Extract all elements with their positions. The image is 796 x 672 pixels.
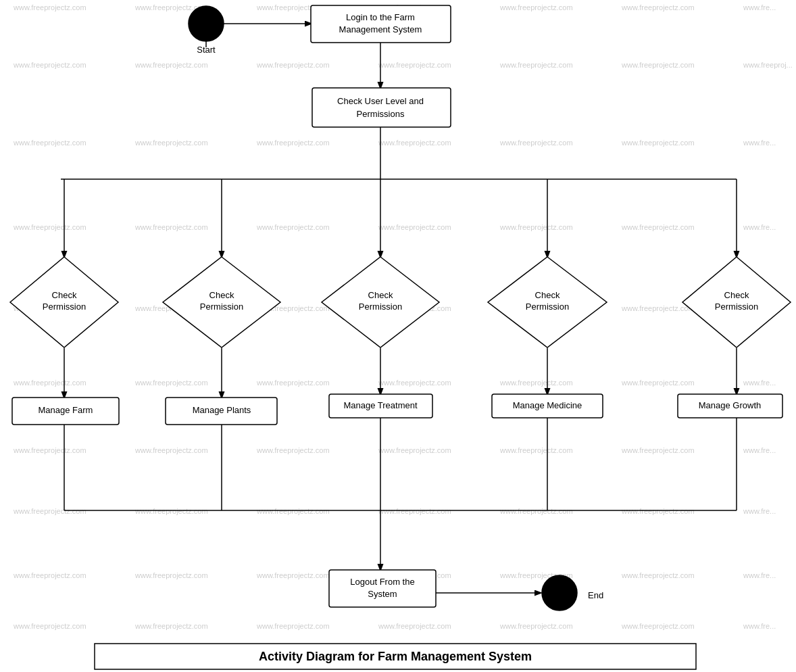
svg-text:www.freeprojectz.com: www.freeprojectz.com <box>13 61 86 69</box>
svg-text:www.freeprojectz.com: www.freeprojectz.com <box>134 61 208 69</box>
start-circle <box>189 6 224 41</box>
svg-text:www.freeprojectz.com: www.freeprojectz.com <box>378 622 451 630</box>
manage-treatment-text: Manage Treatment <box>343 400 418 410</box>
svg-text:www.freeprojectz.com: www.freeprojectz.com <box>621 304 695 312</box>
svg-text:www.freeprojectz.com: www.freeprojectz.com <box>13 3 86 11</box>
svg-text:www.fre...: www.fre... <box>743 139 776 147</box>
svg-text:www.freeprojectz.com: www.freeprojectz.com <box>13 507 86 515</box>
manage-farm-text: Manage Farm <box>39 405 93 415</box>
svg-text:www.freeprojectz.com: www.freeprojectz.com <box>378 379 451 387</box>
svg-text:www.freeprojectz.com: www.freeprojectz.com <box>499 3 573 11</box>
svg-text:www.freeprojectz.com: www.freeprojectz.com <box>499 622 573 630</box>
svg-text:www.freeprojectz.com: www.freeprojectz.com <box>499 507 573 515</box>
svg-text:www.freeprojectz.com: www.freeprojectz.com <box>499 223 573 231</box>
svg-text:www.freeproj...: www.freeproj... <box>743 61 793 69</box>
svg-text:www.freeprojectz.com: www.freeprojectz.com <box>621 139 695 147</box>
svg-text:www.freeprojectz.com: www.freeprojectz.com <box>621 571 695 579</box>
svg-text:www.freeprojectz.com: www.freeprojectz.com <box>621 446 695 454</box>
svg-text:www.freeprojectz.com: www.freeprojectz.com <box>134 446 208 454</box>
svg-text:www.fre...: www.fre... <box>743 571 776 579</box>
svg-text:www.freeprojectz.com: www.freeprojectz.com <box>134 379 208 387</box>
svg-text:www.freeprojectz.com: www.freeprojectz.com <box>499 446 573 454</box>
svg-text:www.freeprojectz.com: www.freeprojectz.com <box>256 61 330 69</box>
manage-plants-text: Manage Plants <box>193 405 251 415</box>
svg-text:www.freeprojectz.com: www.freeprojectz.com <box>13 223 86 231</box>
svg-text:www.freeprojectz.com: www.freeprojectz.com <box>13 622 86 630</box>
svg-text:www.freeprojectz.com: www.freeprojectz.com <box>256 139 330 147</box>
svg-text:www.freeprojectz.com: www.freeprojectz.com <box>621 379 695 387</box>
perm3-text2: Permission <box>359 302 402 312</box>
svg-text:www.freeprojectz.com: www.freeprojectz.com <box>256 507 330 515</box>
svg-text:www.freeprojectz.com: www.freeprojectz.com <box>621 223 695 231</box>
svg-text:www.freeprojectz.com: www.freeprojectz.com <box>256 571 330 579</box>
svg-text:www.freeprojectz.com: www.freeprojectz.com <box>13 139 86 147</box>
svg-text:www.freeprojectz.com: www.freeprojectz.com <box>621 61 695 69</box>
svg-text:www.freeprojectz.com: www.freeprojectz.com <box>13 379 86 387</box>
svg-text:www.freeprojectz.com: www.freeprojectz.com <box>499 139 573 147</box>
svg-text:www.freeprojectz.com: www.freeprojectz.com <box>256 223 330 231</box>
perm3-text1: Check <box>368 290 393 300</box>
svg-text:www.fre...: www.fre... <box>743 446 776 454</box>
manage-medicine-text: Manage Medicine <box>513 400 582 410</box>
perm1-text1: Check <box>52 290 77 300</box>
svg-text:www.fre...: www.fre... <box>743 507 776 515</box>
svg-text:www.fre...: www.fre... <box>743 379 776 387</box>
svg-text:www.freeprojectz.com: www.freeprojectz.com <box>134 507 208 515</box>
svg-text:www.freeprojectz.com: www.freeprojectz.com <box>378 223 451 231</box>
svg-text:www.freeprojectz.com: www.freeprojectz.com <box>378 61 451 69</box>
perm5-text2: Permission <box>715 302 758 312</box>
login-text-line2: Management System <box>339 24 422 34</box>
end-label: End <box>588 590 603 600</box>
start-label: Start <box>197 45 216 55</box>
perm4-text2: Permission <box>526 302 569 312</box>
svg-text:www.freeprojectz.com: www.freeprojectz.com <box>621 507 695 515</box>
check-user-text2: Permissions <box>357 109 405 119</box>
svg-text:www.freeprojectz.com: www.freeprojectz.com <box>13 446 86 454</box>
title-text: Activity Diagram for Farm Management Sys… <box>259 650 532 663</box>
svg-text:www.freeprojectz.com: www.freeprojectz.com <box>256 622 330 630</box>
perm2-text2: Permission <box>200 302 243 312</box>
svg-text:www.fre...: www.fre... <box>743 223 776 231</box>
end-circle <box>542 575 577 610</box>
svg-text:www.freeprojectz.com: www.freeprojectz.com <box>13 571 86 579</box>
svg-text:www.freeprojectz.com: www.freeprojectz.com <box>256 379 330 387</box>
svg-text:www.freeprojectz.com: www.freeprojectz.com <box>378 139 451 147</box>
check-user-text1: Check User Level and <box>337 96 424 106</box>
diagram-container: www.freeprojectz.com www.freeprojectz.co… <box>0 0 796 672</box>
svg-text:www.freeprojectz.com: www.freeprojectz.com <box>499 379 573 387</box>
svg-text:www.freeprojectz.com: www.freeprojectz.com <box>621 622 695 630</box>
svg-text:www.freeprojectz.com: www.freeprojectz.com <box>499 61 573 69</box>
login-text-line1: Login to the Farm <box>346 12 415 22</box>
svg-text:www.freeprojectz.com: www.freeprojectz.com <box>134 571 208 579</box>
svg-text:www.freeprojectz.com: www.freeprojectz.com <box>378 446 451 454</box>
svg-text:www.freeprojectz.com: www.freeprojectz.com <box>134 223 208 231</box>
svg-text:www.freeprojectz.com: www.freeprojectz.com <box>378 507 451 515</box>
check-user-level-box <box>312 88 451 127</box>
svg-text:www.fre...: www.fre... <box>743 622 776 630</box>
perm5-text1: Check <box>724 290 749 300</box>
svg-text:www.freeprojectz.com: www.freeprojectz.com <box>134 139 208 147</box>
logout-text2: System <box>368 589 397 599</box>
svg-text:www.fre...: www.fre... <box>743 3 776 11</box>
manage-growth-text: Manage Growth <box>699 400 762 410</box>
perm1-text2: Permission <box>43 302 86 312</box>
svg-text:www.freeprojectz.com: www.freeprojectz.com <box>134 622 208 630</box>
perm4-text1: Check <box>535 290 560 300</box>
logout-text1: Logout From the <box>350 577 414 587</box>
svg-text:www.freeprojectz.com: www.freeprojectz.com <box>621 3 695 11</box>
perm2-text1: Check <box>209 290 234 300</box>
svg-text:www.freeprojectz.com: www.freeprojectz.com <box>256 446 330 454</box>
